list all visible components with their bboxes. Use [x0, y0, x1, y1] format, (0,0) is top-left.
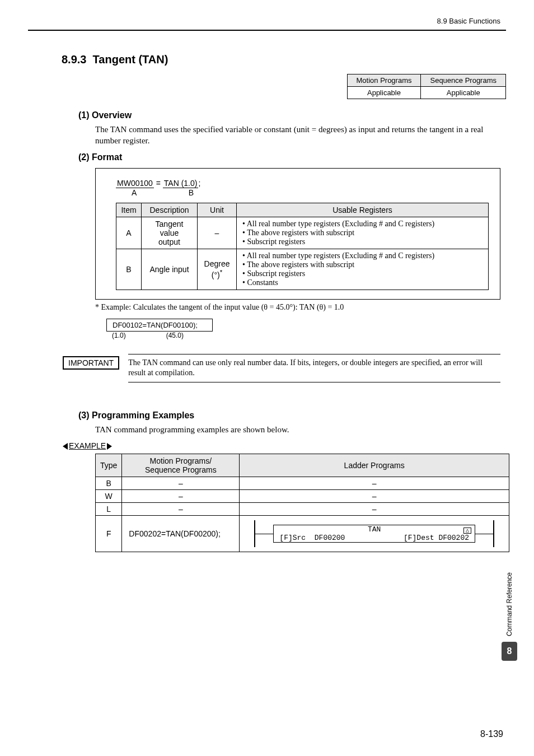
- example-val-b: (45.0): [166, 332, 184, 339]
- triangle-left-icon: [63, 443, 68, 450]
- header-breadcrumb: 8.9 Basic Functions: [28, 17, 506, 30]
- prog-l-motion: –: [122, 502, 240, 515]
- prog-f-type: F: [96, 515, 122, 552]
- format-ab-labels: A B: [116, 188, 489, 197]
- ladder-rail-right: [493, 520, 494, 547]
- prog-f-motion: DF00202=TAN(DF00200);: [122, 515, 240, 552]
- ladder-dest-label: [F]Dest: [404, 534, 434, 542]
- prog-w-type: W: [96, 489, 122, 502]
- example-val-a: (1.0): [112, 332, 129, 339]
- ladder-src-label: [F]Src: [279, 534, 306, 542]
- fmt-th-desc: Description: [142, 203, 198, 217]
- prog-b-type: B: [96, 477, 122, 489]
- fmt-a-reg: • All real number type registers (Exclud…: [237, 217, 489, 249]
- prog-w-motion: –: [122, 489, 240, 502]
- ladder-dest-val: DF00202: [438, 534, 469, 542]
- app-motion-value: Applicable: [347, 87, 421, 99]
- label-b: B: [189, 188, 194, 197]
- program-examples-table: Type Motion Programs/Sequence Programs L…: [95, 454, 509, 552]
- ladder-diagram: △ TAN [F]Src DF00200 [F]Dest DF00202: [254, 520, 494, 547]
- overview-text: The TAN command uses the specified varia…: [95, 124, 500, 147]
- ladder-wire-right: [475, 534, 493, 534]
- side-tab-text: Command Reference: [505, 572, 513, 636]
- app-th-motion: Motion Programs: [347, 74, 421, 87]
- side-tab: Command Reference 8: [502, 572, 517, 661]
- chapter-badge: 8: [502, 642, 517, 661]
- prog-l-ladder: –: [240, 502, 509, 515]
- prog-b-ladder: –: [240, 477, 509, 489]
- format-footnote: * Example: Calculates the tangent of the…: [95, 303, 500, 312]
- header-rule: [28, 30, 506, 31]
- app-sequence-value: Applicable: [421, 87, 506, 99]
- prog-th-ladder: Ladder Programs: [240, 454, 509, 477]
- example-label: EXAMPLE: [63, 441, 506, 450]
- fmt-a-unit: –: [198, 217, 237, 249]
- prog-w-ladder: –: [240, 489, 509, 502]
- ladder-func-name: TAN: [274, 525, 475, 534]
- section-name: Tangent (TAN): [93, 53, 168, 66]
- example-values: (1.0) (45.0): [112, 332, 506, 339]
- fmt-th-reg: Usable Registers: [237, 203, 489, 217]
- example-label-text: EXAMPLE: [69, 441, 106, 450]
- section-title: 8.9.3 Tangent (TAN): [62, 53, 506, 66]
- important-block: IMPORTANT The TAN command can use only r…: [63, 354, 500, 383]
- expand-icon: △: [463, 528, 471, 534]
- format-code-line: MW00100 = TAN (1.0);: [116, 179, 489, 188]
- fmt-b-desc: Angle input: [142, 249, 198, 290]
- page-number: 8-139: [480, 729, 503, 739]
- ladder-src-val: DF00200: [315, 534, 345, 542]
- prog-th-motion: Motion Programs/Sequence Programs: [122, 454, 240, 477]
- format-box: MW00100 = TAN (1.0); A B Item Descriptio…: [95, 168, 500, 300]
- fmt-b-reg: • All real number type registers (Exclud…: [237, 249, 489, 290]
- fmt-b-unit: Degree(°)*: [198, 249, 237, 290]
- important-label: IMPORTANT: [63, 356, 119, 370]
- overview-heading: (1) Overview: [78, 110, 506, 120]
- prog-heading: (3) Programming Examples: [78, 410, 506, 421]
- applicability-table: Motion Programs Sequence Programs Applic…: [347, 74, 507, 99]
- format-table: Item Description Unit Usable Registers A…: [116, 203, 489, 290]
- format-code-b: TAN (1.0): [163, 179, 199, 188]
- ladder-function-box: △ TAN [F]Src DF00200 [F]Dest DF00202: [273, 525, 475, 543]
- prog-intro: TAN command programming examples are sho…: [95, 424, 500, 435]
- fmt-th-unit: Unit: [198, 203, 237, 217]
- format-heading: (2) Format: [78, 152, 506, 162]
- prog-th-type: Type: [96, 454, 122, 477]
- app-th-sequence: Sequence Programs: [421, 74, 506, 87]
- format-code-a: MW00100: [116, 179, 154, 188]
- ladder-wire-left: [255, 534, 273, 534]
- fmt-b-item: B: [116, 249, 142, 290]
- example-code-box: DF00102=TAN(DF00100);: [106, 319, 213, 332]
- fmt-a-desc: Tangentvalueoutput: [142, 217, 198, 249]
- prog-f-ladder: △ TAN [F]Src DF00200 [F]Dest DF00202: [240, 515, 509, 552]
- fmt-a-item: A: [116, 217, 142, 249]
- prog-l-type: L: [96, 502, 122, 515]
- triangle-right-icon: [107, 443, 112, 450]
- section-number: 8.9.3: [62, 53, 86, 66]
- prog-b-motion: –: [122, 477, 240, 489]
- important-text: The TAN command can use only real number…: [128, 354, 500, 383]
- fmt-th-item: Item: [116, 203, 142, 217]
